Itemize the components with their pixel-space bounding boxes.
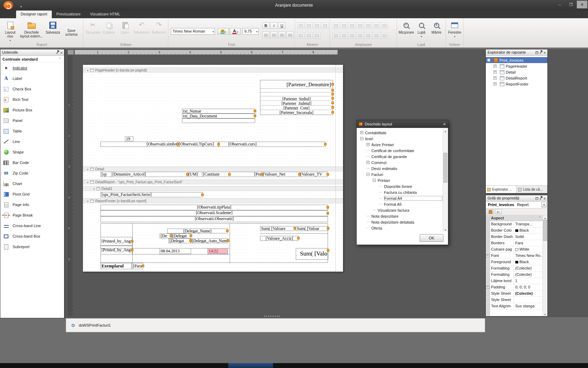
smart-tag-icon[interactable] (261, 173, 263, 176)
ferestre-button[interactable]: Ferestre (447, 20, 463, 39)
field-printed-by-1[interactable]: [Printed_by_Ang (100, 237, 132, 246)
amplasare-button-1[interactable] (332, 22, 340, 29)
underline-button[interactable]: U (278, 22, 286, 29)
aliniere-button-2[interactable] (305, 22, 313, 29)
toolbox-item-line[interactable]: Line (0, 136, 64, 147)
smart-tag-icon[interactable] (227, 239, 229, 242)
deschide-layout-extern-button[interactable]: Deschide layout extern... (19, 20, 44, 38)
tree-item-deviz-estimativ[interactable]: Deviz estimativ (357, 165, 442, 171)
micsorare-button[interactable]: Micşorare (398, 20, 414, 34)
smart-tag-icon[interactable] (327, 227, 329, 230)
collapse-triangle-icon[interactable] (86, 68, 89, 72)
decupare-button[interactable]: Decupare (85, 20, 100, 34)
band-detail1[interactable]: Detail1 (83, 186, 343, 191)
field-partener-judetul[interactable]: [Partener_Judetul] (260, 101, 332, 105)
explorer-node-reportfooter[interactable]: ReportFooter (486, 81, 547, 87)
close-icon[interactable] (60, 50, 63, 55)
field-delegat-de[interactable]: [De (160, 233, 171, 238)
field-observatii-curs[interactable]: [Observatii.curs] (219, 142, 326, 147)
property-scrollbar[interactable] (542, 215, 547, 316)
tree-item-format-a4[interactable]: Format A4 (357, 195, 442, 201)
field-para[interactable]: [Para (132, 263, 143, 269)
smart-tag-icon[interactable] (331, 106, 334, 109)
property-row[interactable]: Text AlignmSus stanga (486, 303, 542, 309)
property-row[interactable]: Lățime bord1 (486, 278, 542, 284)
expander-expanded-icon[interactable] (373, 179, 376, 182)
italic-button[interactable]: I (270, 22, 278, 29)
tab-previzualizare[interactable]: Previzualizare (52, 11, 85, 18)
band-pageheader[interactable]: PageHeader [o banda pe pagină] (83, 68, 343, 73)
field-exemplarul[interactable]: Exemplarul (100, 263, 132, 269)
scroll-down-icon[interactable] (543, 312, 547, 316)
smart-tag-icon[interactable] (228, 173, 231, 176)
lipire-button[interactable]: Lipire (117, 20, 133, 34)
smart-tag-icon[interactable] (226, 230, 229, 232)
aliniere-button-7[interactable] (313, 32, 321, 39)
expander-collapsed-icon[interactable] (486, 286, 489, 289)
field-facturiserii-serie[interactable]: [sps_Print_FacturiSerii.Serie] (100, 192, 203, 197)
pin-icon[interactable] (540, 51, 542, 54)
field-observatii-observatii[interactable]: [Observatii.Observatii] (100, 216, 328, 222)
table-row[interactable] (260, 89, 332, 93)
smart-tag-icon[interactable] (331, 97, 334, 100)
field-observatii-tipcurs[interactable]: [Observatii.TipCurs] (178, 142, 219, 147)
close-button[interactable] (577, 1, 587, 8)
toolbox-item-crossband-line[interactable]: Cross-band Line (0, 220, 64, 231)
smart-tag-icon[interactable] (324, 143, 327, 145)
detail-cell[interactable]: [UM] (188, 172, 202, 177)
aliniere-button-1[interactable] (297, 22, 304, 29)
toolbox-item-chart[interactable]: Chart (0, 178, 64, 189)
intoarcere-button[interactable]: Întoarcere (133, 20, 150, 34)
field-page-number[interactable]: 19 (125, 136, 133, 141)
property-row[interactable]: ForegroundBlack (486, 259, 542, 265)
taskbar-active-item[interactable] (228, 363, 273, 368)
explorer-node-print-invoices[interactable]: Print_invoices (486, 57, 547, 63)
amplasare-button-3[interactable] (349, 22, 356, 29)
aliniere-button-3[interactable] (313, 22, 321, 29)
scroll-up-icon[interactable] (443, 128, 448, 132)
expander-collapsed-icon[interactable] (493, 76, 497, 80)
band-reportfooter[interactable]: ReportFooter [o bandă pe raport] (83, 198, 343, 203)
category-aspect[interactable]: Aspect (486, 215, 547, 221)
detail-cell[interactable]: [Cantitate (202, 172, 230, 177)
property-row[interactable]: Culoare pagWhite (486, 246, 542, 253)
property-row[interactable]: Formatting(Colectie) (486, 272, 542, 278)
field-print-time[interactable]: 14:22 (208, 248, 228, 254)
property-row[interactable]: Border DashSolid (486, 234, 542, 240)
smart-tag-icon[interactable] (327, 249, 329, 252)
layout-nou-button[interactable]: Layout nou (2, 20, 18, 42)
tree-item-dispozitie-livrare[interactable]: Dispozitie livrare (357, 183, 442, 189)
toolbox-item-crossband-box[interactable]: Cross-band Box (0, 231, 64, 241)
smart-tag-icon[interactable] (327, 212, 329, 214)
font-color-button[interactable]: A (230, 28, 241, 35)
dock-window-icon[interactable] (536, 52, 538, 54)
smart-tag-icon[interactable] (331, 89, 334, 91)
smart-tag-icon[interactable] (331, 102, 334, 104)
dock-window-icon[interactable] (536, 197, 538, 200)
align-justify-button[interactable] (286, 32, 294, 38)
amplasare-button-2[interactable] (341, 22, 348, 29)
expander-expanded-icon[interactable] (366, 173, 370, 176)
tree-item-nota-depozitare[interactable]: Nota depozitare (357, 213, 442, 219)
property-row[interactable]: Style Sheet(Colectie) (486, 291, 542, 297)
field-sum-valoar[interactable]: Sum( [Valoar (296, 226, 328, 231)
font-size-combo[interactable]: 9,75 (243, 28, 259, 35)
explorer-node-pageheader[interactable]: PageHeader (486, 63, 547, 69)
field-delegat-b[interactable]: [Delegat (168, 238, 191, 243)
dialog-scrollbar[interactable] (443, 128, 448, 231)
smart-tag-icon[interactable] (131, 249, 133, 251)
amplasare-button-12[interactable] (365, 32, 372, 39)
tab-designer-raport[interactable]: Designer raport (16, 11, 52, 18)
field-valoare-acciz[interactable]: [Valoare_Acciz] (260, 236, 299, 241)
expander-collapsed-icon[interactable] (493, 64, 497, 68)
smart-tag-icon[interactable] (297, 237, 300, 239)
band-detailreport[interactable]: DetailReport - "sps_Print_Facturi.sps_Pr… (83, 179, 343, 184)
field-delegat-a[interactable]: [Delegat (171, 233, 191, 238)
amplasare-button-10[interactable] (349, 32, 356, 39)
minimize-button[interactable] (554, 1, 565, 8)
aliniere-button-5[interactable] (297, 32, 304, 39)
smart-tag-icon[interactable] (176, 143, 179, 145)
detail-cell[interactable]: [Valoare_TV (300, 172, 328, 177)
alphabetical-sort-button[interactable]: A↓ (495, 209, 502, 214)
pin-icon[interactable] (540, 197, 542, 200)
